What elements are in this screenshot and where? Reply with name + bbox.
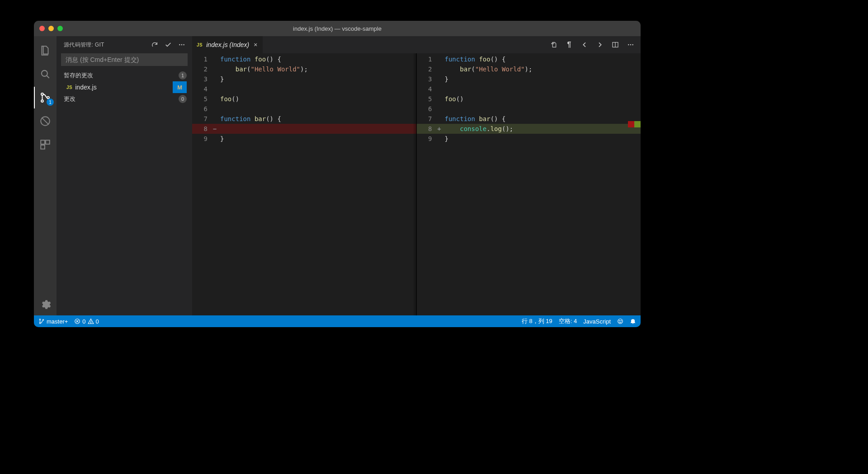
activity-debug[interactable] bbox=[34, 110, 57, 132]
window-minimize-button[interactable] bbox=[48, 26, 54, 31]
svg-point-21 bbox=[619, 320, 620, 321]
svg-point-14 bbox=[632, 44, 633, 45]
activity-explorer[interactable] bbox=[34, 40, 57, 61]
code-line[interactable]: 6 bbox=[192, 104, 416, 114]
extensions-icon bbox=[39, 139, 51, 150]
scm-commit-button[interactable] bbox=[162, 39, 174, 51]
activity-bar: 1 bbox=[34, 36, 57, 315]
status-language[interactable]: JavaScript bbox=[583, 318, 611, 325]
diff-original-pane[interactable]: 1function foo() {2 bar("Hello World");3}… bbox=[192, 53, 417, 315]
svg-point-15 bbox=[39, 319, 40, 320]
changes-section[interactable]: 更改 0 bbox=[57, 93, 192, 105]
svg-point-9 bbox=[181, 44, 182, 45]
status-cursor[interactable]: 行 8，列 19 bbox=[522, 317, 552, 325]
activity-search[interactable] bbox=[34, 63, 57, 85]
scm-badge: 1 bbox=[47, 99, 54, 106]
status-notifications[interactable] bbox=[630, 318, 636, 324]
search-icon bbox=[39, 68, 51, 80]
line-number: 7 bbox=[192, 114, 211, 124]
editor-more-button[interactable] bbox=[625, 39, 636, 50]
diff-modified-pane[interactable]: 1function foo() {2 bar("Hello World");3}… bbox=[417, 53, 641, 315]
code-line[interactable]: 7function bar() { bbox=[192, 114, 416, 124]
status-indent[interactable]: 空格: 4 bbox=[559, 317, 577, 325]
code-line[interactable]: 6 bbox=[417, 104, 641, 114]
svg-point-20 bbox=[618, 319, 623, 324]
staged-section[interactable]: 暂存的更改 1 bbox=[57, 70, 192, 81]
line-number: 2 bbox=[417, 64, 436, 74]
code-line[interactable]: 2 bar("Hello World"); bbox=[417, 64, 641, 74]
line-number: 4 bbox=[192, 84, 211, 94]
open-file-button[interactable] bbox=[548, 39, 559, 50]
svg-point-1 bbox=[41, 93, 43, 95]
line-content: function foo() { bbox=[443, 54, 506, 64]
split-icon bbox=[612, 41, 619, 48]
titlebar: index.js (Index) — vscode-sample bbox=[34, 21, 641, 36]
status-branch[interactable]: master+ bbox=[38, 318, 68, 325]
split-editor-button[interactable] bbox=[610, 39, 621, 50]
toggle-whitespace-button[interactable]: ¶ bbox=[564, 39, 575, 50]
code-line[interactable]: 3} bbox=[192, 74, 416, 84]
diff-marker: − bbox=[211, 124, 218, 134]
scm-header-title: 源代码管理: GIT bbox=[64, 41, 147, 49]
gear-icon bbox=[39, 299, 51, 310]
editor-tabs: JS index.js (Index) × ¶ bbox=[192, 36, 641, 53]
window-maximize-button[interactable] bbox=[57, 26, 63, 31]
files-icon bbox=[39, 45, 51, 56]
staged-file-row[interactable]: JS index.js M bbox=[57, 81, 192, 93]
activity-scm[interactable]: 1 bbox=[34, 87, 57, 108]
warning-icon bbox=[88, 318, 94, 324]
check-icon bbox=[165, 41, 172, 48]
code-line[interactable]: 5foo() bbox=[192, 94, 416, 104]
line-content: bar("Hello World"); bbox=[443, 64, 533, 74]
status-problems[interactable]: 0 0 bbox=[74, 318, 99, 325]
window-close-button[interactable] bbox=[39, 26, 45, 31]
tab-title: index.js (Index) bbox=[206, 41, 249, 48]
svg-rect-6 bbox=[46, 140, 50, 144]
code-line[interactable]: 9} bbox=[417, 134, 641, 144]
code-line[interactable]: 2 bar("Hello World"); bbox=[192, 64, 416, 74]
code-line[interactable]: 1function foo() { bbox=[192, 54, 416, 64]
code-line[interactable]: 8− bbox=[192, 124, 416, 134]
code-line[interactable]: 4 bbox=[192, 84, 416, 94]
smiley-icon bbox=[617, 318, 623, 324]
svg-point-17 bbox=[42, 319, 43, 320]
scm-sidebar: 源代码管理: GIT 暂存的更改 1 JS index.js M bbox=[57, 36, 192, 315]
line-number: 1 bbox=[192, 54, 211, 64]
svg-point-8 bbox=[179, 44, 180, 45]
code-line[interactable]: 3} bbox=[417, 74, 641, 84]
activity-settings[interactable] bbox=[34, 294, 57, 315]
code-line[interactable]: 5foo() bbox=[417, 94, 641, 104]
branch-name: master+ bbox=[47, 318, 68, 325]
svg-point-12 bbox=[628, 44, 629, 45]
code-line[interactable]: 7function bar() { bbox=[417, 114, 641, 124]
staged-label: 暂存的更改 bbox=[64, 71, 93, 80]
scm-refresh-button[interactable] bbox=[149, 39, 160, 51]
scm-header: 源代码管理: GIT bbox=[57, 36, 192, 53]
next-change-button[interactable] bbox=[594, 39, 605, 50]
scm-more-button[interactable] bbox=[176, 39, 188, 51]
arrow-right-icon bbox=[596, 41, 604, 48]
code-line[interactable]: 9} bbox=[192, 134, 416, 144]
changes-count: 0 bbox=[179, 95, 187, 103]
diff-editor[interactable]: 1function foo() {2 bar("Hello World");3}… bbox=[192, 53, 641, 315]
editor-tab[interactable]: JS index.js (Index) × bbox=[192, 36, 263, 53]
code-line[interactable]: 1function foo() { bbox=[417, 54, 641, 64]
previous-change-button[interactable] bbox=[579, 39, 590, 50]
line-content: function bar() { bbox=[443, 114, 506, 124]
line-content: } bbox=[443, 134, 448, 144]
status-feedback[interactable] bbox=[617, 318, 623, 324]
activity-extensions[interactable] bbox=[34, 134, 57, 155]
line-number: 9 bbox=[417, 134, 436, 144]
staged-file-status: M bbox=[173, 81, 187, 93]
commit-message-input[interactable] bbox=[61, 53, 188, 66]
traffic-lights bbox=[34, 26, 63, 31]
line-number: 4 bbox=[417, 84, 436, 94]
code-line[interactable]: 8+ console.log(); bbox=[417, 124, 641, 134]
line-number: 7 bbox=[417, 114, 436, 124]
tab-close-button[interactable]: × bbox=[253, 41, 258, 48]
line-content: } bbox=[218, 74, 224, 84]
line-number: 1 bbox=[417, 54, 436, 64]
code-line[interactable]: 4 bbox=[417, 84, 641, 94]
line-number: 3 bbox=[417, 74, 436, 84]
branch-icon bbox=[38, 318, 45, 324]
